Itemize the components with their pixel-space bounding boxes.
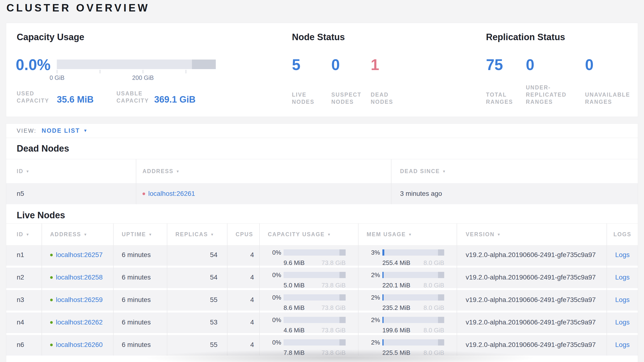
mem-percent: 3% <box>367 248 382 257</box>
capacity-bar <box>284 272 346 278</box>
column-header-version[interactable]: VERSION▼ <box>456 224 606 245</box>
bar-remainder-segment <box>340 249 346 256</box>
node-version: v19.2.0-alpha.20190606-2491-gfe735c9a97 <box>456 245 606 267</box>
column-header-address[interactable]: ADDRESS▼ <box>42 224 113 245</box>
column-divider <box>42 224 42 355</box>
capacity-used: 9.6 MiB <box>284 259 304 267</box>
replication-status-title: Replication Status <box>486 32 565 42</box>
axis-tick-label: 0 GiB <box>50 74 65 81</box>
live-status-icon <box>50 299 53 301</box>
live-nodes-stat: 5 LIVE NODES <box>292 56 330 105</box>
axis-tick <box>186 70 186 73</box>
capacity-percent: 0% <box>268 316 284 324</box>
dead-nodes-heading: Dead Nodes <box>17 143 638 154</box>
column-header-address[interactable]: ADDRESS▼ <box>136 159 391 183</box>
suspect-nodes-stat: 0 SUSPECT NODES <box>331 56 370 105</box>
live-nodes-heading: Live Nodes <box>17 210 638 221</box>
mem-bar-fill <box>382 317 384 323</box>
mem-usage-cell: 2% 235.2 MiB8.0 GiB <box>358 290 456 312</box>
column-divider <box>358 224 358 355</box>
logs-cell: Logs <box>606 290 638 312</box>
column-header-logs: LOGS <box>606 224 638 245</box>
column-header-dead-since[interactable]: DEAD SINCE▼ <box>391 159 638 183</box>
node-address-link[interactable]: localhost:26260 <box>56 341 103 349</box>
mem-usage-cell: 3% 255.4 MiB8.0 GiB <box>358 245 456 267</box>
column-divider <box>456 224 457 355</box>
dead-nodes-label: DEAD NODES <box>371 91 400 105</box>
node-replicas: 55 <box>167 290 227 312</box>
mem-total: 8.0 GiB <box>424 304 444 312</box>
under-replicated-label: UNDER-REPLICATED RANGES <box>526 84 574 105</box>
live-nodes-label: LIVE NODES <box>292 91 322 105</box>
node-address-cell: localhost:26260 <box>42 335 113 357</box>
view-mode-dropdown[interactable]: NODE LIST ▼ <box>42 127 87 134</box>
capacity-used: 8.6 MiB <box>284 304 304 312</box>
node-replicas: 53 <box>167 312 227 334</box>
axis-tick-label: 200 GiB <box>132 74 154 81</box>
column-header-uptime[interactable]: UPTIME▼ <box>113 224 167 245</box>
capacity-total: 73.8 GiB <box>322 304 346 312</box>
column-header-id[interactable]: ID▼ <box>6 224 42 245</box>
node-cpus: 4 <box>227 268 259 289</box>
view-bar: VIEW: NODE LIST ▼ <box>6 124 638 138</box>
capacity-usage-cell: 0% 8.6 MiB73.8 GiB <box>259 290 358 312</box>
bar-remainder-segment <box>340 339 346 345</box>
capacity-percent: 0% <box>268 271 284 279</box>
mem-used: 235.2 MiB <box>382 304 410 312</box>
usable-capacity-label: USABLE CAPACITY <box>116 90 160 104</box>
dead-nodes-count: 1 <box>371 56 409 73</box>
mem-used: 255.4 MiB <box>382 259 410 267</box>
live-status-icon <box>50 343 53 346</box>
mem-bar <box>382 294 444 301</box>
sort-desc-icon: ▼ <box>26 169 30 173</box>
column-divider <box>136 159 136 204</box>
table-row: n3 localhost:26259 6 minutes 55 4 0% 8.6… <box>6 290 638 311</box>
logs-cell: Logs <box>606 312 638 334</box>
logs-link[interactable]: Logs <box>615 341 630 349</box>
capacity-percent: 0% <box>268 338 284 346</box>
total-ranges-label: TOTAL RANGES <box>486 91 517 105</box>
node-uptime: 6 minutes <box>113 245 167 267</box>
under-replicated-stat: 0 UNDER-REPLICATED RANGES <box>526 56 583 105</box>
column-header-capacity-usage[interactable]: CAPACITY USAGE▼ <box>259 224 358 245</box>
node-address-link[interactable]: localhost:26259 <box>56 296 103 304</box>
mem-bar-fill <box>382 294 384 301</box>
capacity-usage-title: Capacity Usage <box>17 32 84 42</box>
live-nodes-count: 5 <box>292 56 330 73</box>
bar-remainder-segment <box>340 294 346 301</box>
node-version: v19.2.0-alpha.20190606-2491-gfe735c9a97 <box>456 290 606 312</box>
mem-bar-fill <box>382 339 384 345</box>
capacity-used: 5.0 MiB <box>284 281 304 289</box>
node-address-link[interactable]: localhost:26258 <box>56 273 103 281</box>
suspect-nodes-label: SUSPECT NODES <box>331 91 365 105</box>
logs-link[interactable]: Logs <box>615 296 630 304</box>
node-address-link[interactable]: localhost:26261 <box>148 190 195 198</box>
logs-link[interactable]: Logs <box>615 273 630 281</box>
bar-remainder-segment <box>438 249 444 256</box>
dead-since: 3 minutes ago <box>391 183 638 204</box>
logs-link[interactable]: Logs <box>615 251 630 259</box>
sort-desc-icon: ▼ <box>408 232 412 237</box>
node-address-cell: localhost:26261 <box>136 183 391 204</box>
logs-cell: Logs <box>606 245 638 267</box>
column-header-id[interactable]: ID▼ <box>6 159 136 183</box>
node-address-link[interactable]: localhost:26257 <box>56 251 103 259</box>
mem-bar <box>382 249 444 256</box>
cluster-summary-card: Capacity Usage 0.0% 0 GiB 200 GiB USED C… <box>6 23 638 117</box>
logs-link[interactable]: Logs <box>615 318 630 326</box>
column-header-mem-usage[interactable]: MEM USAGE▼ <box>358 224 456 245</box>
node-id: n3 <box>6 290 42 312</box>
mem-percent: 2% <box>367 338 382 346</box>
mem-percent: 2% <box>367 316 382 324</box>
sort-desc-icon: ▼ <box>210 232 214 237</box>
mem-bar-fill <box>382 249 384 256</box>
mem-bar <box>382 272 444 278</box>
sort-desc-icon: ▼ <box>176 169 180 173</box>
node-address-link[interactable]: localhost:26262 <box>56 318 103 326</box>
axis-tick <box>100 70 100 73</box>
column-header-replicas[interactable]: REPLICAS▼ <box>167 224 227 245</box>
mem-bar <box>382 339 444 345</box>
node-version: v19.2.0-alpha.20190606-2491-gfe735c9a97 <box>456 268 606 289</box>
under-replicated-count: 0 <box>526 56 583 73</box>
node-id: n2 <box>6 268 42 289</box>
